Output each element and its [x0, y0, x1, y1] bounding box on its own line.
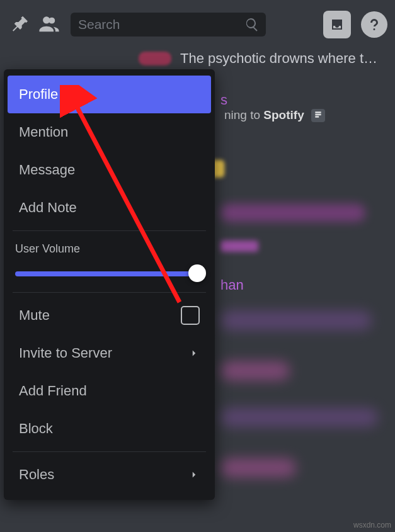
menu-message[interactable]: Message: [8, 151, 211, 189]
menu-add-note[interactable]: Add Note: [8, 189, 211, 227]
message-text: The psychotic drowns where t…: [180, 50, 377, 67]
blurred-content: [220, 458, 296, 477]
separator: [13, 292, 206, 293]
chevron-right-icon: [188, 469, 200, 480]
mute-checkbox[interactable]: [181, 306, 200, 325]
user-context-menu: Profile Mention Message Add Note User Vo…: [4, 69, 215, 500]
search-box[interactable]: [71, 13, 266, 37]
menu-mute[interactable]: Mute: [8, 297, 211, 334]
search-input[interactable]: [77, 16, 244, 33]
blurred-content: [220, 241, 258, 252]
pin-icon[interactable]: [8, 12, 33, 37]
username[interactable]: s: [220, 92, 227, 108]
watermark: wsxdn.com: [353, 521, 391, 529]
chevron-right-icon: [188, 348, 200, 359]
blurred-content: [220, 204, 365, 222]
user-volume-slider[interactable]: [15, 266, 203, 281]
menu-add-friend[interactable]: Add Friend: [8, 372, 211, 410]
inbox-icon[interactable]: [323, 11, 351, 38]
blurred-content: [220, 408, 378, 427]
blurred-content: [220, 311, 372, 330]
rich-presence-icon: [311, 109, 325, 122]
avatar-blur: [139, 52, 171, 65]
menu-invite-to-server[interactable]: Invite to Server: [8, 334, 211, 372]
separator: [13, 230, 206, 231]
menu-mention[interactable]: Mention: [8, 113, 211, 151]
search-icon: [244, 17, 260, 32]
separator: [13, 451, 206, 452]
menu-profile[interactable]: Profile: [8, 76, 211, 113]
slider-thumb[interactable]: [188, 264, 206, 282]
help-icon[interactable]: [361, 11, 387, 38]
menu-roles[interactable]: Roles: [8, 456, 211, 494]
members-icon[interactable]: [37, 12, 62, 37]
username[interactable]: han: [220, 277, 395, 293]
listening-status: ning to Spotify: [224, 108, 325, 122]
topbar: [0, 0, 395, 49]
user-volume-label: User Volume: [4, 235, 215, 259]
menu-block[interactable]: Block: [8, 410, 211, 448]
slider-track: [15, 271, 203, 276]
blurred-content: [220, 361, 290, 380]
